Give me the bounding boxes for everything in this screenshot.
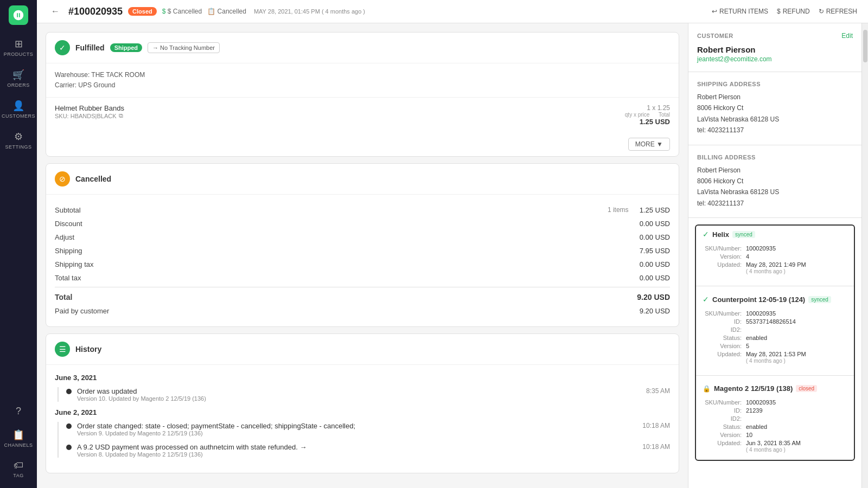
cancelled-card: ⊘ Cancelled Subtotal 1 items 1.25 USD Di… <box>46 163 679 327</box>
shipping-tax-row: Shipping tax 0.00 USD <box>55 258 670 271</box>
customer-edit-link[interactable]: Edit <box>841 32 853 40</box>
sidebar-item-settings[interactable]: ⚙ Settings <box>3 126 34 154</box>
mg-version-row: Version: 10 <box>703 432 847 438</box>
helix-version-val: 4 <box>746 253 749 260</box>
content-area: ✓ Fulfilled Shipped → No Tracking Number… <box>37 23 868 488</box>
shipping-address-section: SHIPPING ADDRESS Robert Pierson 8006 Hic… <box>688 72 861 145</box>
customer-email[interactable]: jeantest2@ecomitize.com <box>697 55 853 63</box>
billing-address-section: BILLING ADDRESS Robert Pierson 8006 Hick… <box>688 145 861 219</box>
mg-id2-key: ID2: <box>703 415 746 422</box>
history-desc-1-1: A 9.2 USD payment was processed on authn… <box>77 443 637 451</box>
return-items-button[interactable]: ↩ RETURN ITEMS <box>712 8 768 15</box>
counterpoint-header: ✓ Counterpoint 12-05-19 (124) synced <box>696 291 854 308</box>
cancelled-header: ⊘ Cancelled <box>46 164 679 195</box>
cancelled-badge-2: 📋 Cancelled <box>207 8 246 15</box>
sidebar: ⊞ Products 🛒 Orders 👤 Customers ⚙ Settin… <box>0 0 37 488</box>
fulfilled-icon: ✓ <box>55 40 70 55</box>
history-header: ☰ History <box>46 334 679 365</box>
fulfilled-title: Fulfilled <box>75 43 105 52</box>
totals-table: Subtotal 1 items 1.25 USD Discount 0.00 … <box>46 195 679 326</box>
history-text-1-0: Order state changed: state - closed; pay… <box>77 422 637 436</box>
discount-row: Discount 0.00 USD <box>55 217 670 230</box>
history-date-0: June 3, 2021 <box>55 374 670 382</box>
cp-status-key: Status: <box>703 335 746 341</box>
mg-status-val: enabled <box>746 423 767 430</box>
subtotal-row: Subtotal 1 items 1.25 USD <box>55 203 670 217</box>
sidebar-item-help[interactable]: ? <box>3 401 34 421</box>
cp-version-val: 5 <box>746 343 749 349</box>
sidebar-item-orders[interactable]: 🛒 Orders <box>3 65 34 92</box>
closed-badge: Closed <box>128 7 157 16</box>
no-tracking-button[interactable]: → No Tracking Number <box>148 42 220 53</box>
more-btn-row: MORE ▼ <box>46 132 679 156</box>
sidebar-item-customers[interactable]: 👤 Customers <box>3 95 34 123</box>
right-panel: CUSTOMER Edit Robert Pierson jeantest2@e… <box>688 23 861 488</box>
sidebar-item-tag[interactable]: 🏷 TAG <box>3 455 34 483</box>
helix-updated-key: Updated: <box>703 261 746 274</box>
shipping-address: Robert Pierson 8006 Hickory Ct LaVista N… <box>697 92 853 136</box>
total-tax-label: Total tax <box>55 274 81 282</box>
billing-address: Robert Pierson 8006 Hickory Ct LaVista N… <box>697 165 853 209</box>
customer-section-title: CUSTOMER <box>697 33 733 39</box>
back-button[interactable]: ← <box>48 5 63 17</box>
cp-id2-row: ID2: <box>703 326 847 333</box>
mg-sku-row: SKU/Number: 100020935 <box>703 399 847 406</box>
magento-name: Magento 2 12/5/19 (138) <box>714 384 793 393</box>
shipping-tel: tel: 4023211137 <box>697 125 853 136</box>
main-area: ← #100020935 Closed $ $ Cancelled 📋 Canc… <box>37 0 868 488</box>
refund-button[interactable]: $ REFUND <box>777 8 810 15</box>
mg-updated-key: Updated: <box>703 440 746 453</box>
mg-version-val: 10 <box>746 432 752 438</box>
cp-id-key: ID: <box>703 318 746 325</box>
scrollbar[interactable] <box>861 23 868 488</box>
mg-id2-row: ID2: <box>703 415 847 422</box>
warehouse-info: Warehouse: THE TACK ROOM Carrier: UPS Gr… <box>55 70 670 91</box>
history-content: June 3, 2021 Order was updated Version 1… <box>46 365 679 473</box>
helix-sku-row: SKU/Number: 100020935 <box>703 245 847 252</box>
mg-id-key: ID: <box>703 407 746 414</box>
history-time-1-1: 10:18 AM <box>642 443 670 451</box>
cp-version-row: Version: 5 <box>703 343 847 349</box>
shipping-title: SHIPPING ADDRESS <box>697 81 853 87</box>
line-item-price: 1 x 1.25 qty x price Total 1.25 USD <box>625 104 670 126</box>
mg-status-key: Status: <box>703 423 746 430</box>
sidebar-item-channels[interactable]: 📋 CHANNELS <box>3 425 34 452</box>
helix-name: Helix <box>712 230 729 239</box>
fulfilled-card: ✓ Fulfilled Shipped → No Tracking Number… <box>46 32 679 157</box>
billing-tel: tel: 4023211137 <box>697 198 853 209</box>
sidebar-label-tag: TAG <box>13 473 23 478</box>
history-title: History <box>75 345 101 354</box>
copy-icon[interactable]: ⧉ <box>119 112 123 119</box>
magento-closed-badge: closed <box>796 385 817 392</box>
logo[interactable] <box>9 5 28 25</box>
shipped-badge: Shipped <box>110 43 142 52</box>
history-dot <box>66 445 72 450</box>
cp-sku-key: SKU/Number: <box>703 310 746 317</box>
helix-sku-val: 100020935 <box>746 245 776 252</box>
shipping-tax-label: Shipping tax <box>55 260 94 268</box>
page-header: ← #100020935 Closed $ $ Cancelled 📋 Canc… <box>37 0 868 23</box>
help-icon: ? <box>16 406 21 417</box>
fulfilled-header: ✓ Fulfilled Shipped → No Tracking Number <box>46 33 679 63</box>
channels-icon: 📋 <box>12 429 24 441</box>
line-item-qty: 1 x 1.25 <box>625 104 670 112</box>
cp-updated-key: Updated: <box>703 351 746 364</box>
cp-status-row: Status: enabled <box>703 335 847 341</box>
refresh-button[interactable]: ↻ REFRESH <box>819 8 857 15</box>
sidebar-label-channels: CHANNELS <box>4 442 33 448</box>
history-desc-1-0: Order state changed: state - closed; pay… <box>77 422 637 430</box>
subtotal-value: 1.25 USD <box>640 206 670 214</box>
scrollbar-thumb[interactable] <box>863 30 867 62</box>
more-button[interactable]: MORE ▼ <box>628 138 670 151</box>
history-sub-1-0: Version 9. Updated by Magento 2 12/5/19 … <box>77 430 637 436</box>
sync-divider-2 <box>696 375 854 376</box>
counterpoint-body: SKU/Number: 100020935 ID: 55373714882651… <box>696 308 854 371</box>
history-sub-1-1: Version 8. Updated by Magento 2 12/5/19 … <box>77 451 637 458</box>
sidebar-item-products[interactable]: ⊞ Products <box>3 34 34 61</box>
cp-id-val: 553737148826514 <box>746 318 796 325</box>
shipping-label: Shipping <box>55 247 82 255</box>
magento-header: 🔒 Magento 2 12/5/19 (138) closed <box>696 380 854 397</box>
billing-title: BILLING ADDRESS <box>697 154 853 160</box>
cancelled-title: Cancelled <box>75 175 111 183</box>
line-item-name: Helmet Rubber Bands <box>55 104 124 112</box>
